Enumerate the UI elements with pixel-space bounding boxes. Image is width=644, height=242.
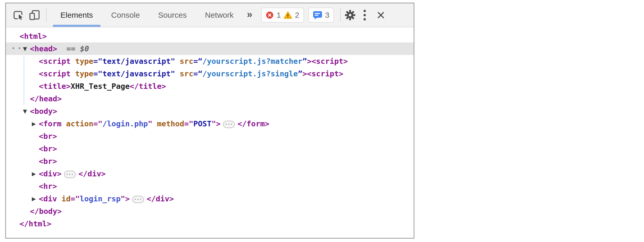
collapse-arrow-icon[interactable]: ▼: [21, 105, 29, 117]
device-toolbar-icon: [28, 9, 41, 21]
code-token-tag: ">: [121, 194, 130, 203]
menu-button[interactable]: [357, 7, 372, 23]
code-token-attr: action: [66, 119, 93, 128]
code-token-tag: <title>: [39, 82, 71, 91]
messages-badge[interactable]: 3: [308, 8, 334, 23]
code-token-tag: ">: [212, 119, 221, 128]
toolbar-separator: [340, 9, 341, 22]
code-token-tag: <br>: [39, 132, 57, 141]
code-token-navy: =“: [193, 69, 203, 78]
code-token-tag: <div: [39, 194, 61, 203]
tab-label: Console: [111, 11, 140, 20]
expand-arrow-icon[interactable]: ▶: [30, 117, 38, 130]
tree-row[interactable]: <hr>: [6, 180, 414, 193]
tree-row[interactable]: <br>: [6, 130, 414, 142]
code-token-attr: src: [180, 69, 193, 78]
tab-label: Sources: [158, 11, 187, 20]
code-token-tag: <form: [39, 119, 66, 128]
device-toolbar-button[interactable]: [27, 7, 41, 23]
code-token-tag: </div>: [147, 194, 174, 203]
code-token-tag: <script: [39, 69, 75, 78]
code-token-attr: id: [61, 194, 71, 203]
code-token-tag: <body>: [30, 107, 57, 116]
code-token-tag: <html>: [20, 32, 47, 41]
code-token-indigo: login_rsp: [80, 194, 121, 203]
chevron-double-icon: »: [247, 9, 252, 20]
gear-icon: [344, 9, 356, 21]
more-tabs-button[interactable]: »: [245, 9, 254, 21]
code-token-steel: /yourscript.js?single: [203, 69, 298, 78]
tree-row[interactable]: </html>: [6, 218, 414, 230]
tree-row[interactable]: <br>: [6, 142, 414, 155]
collapsed-content-ellipsis[interactable]: ···: [132, 196, 144, 203]
code-token-tag: <br>: [39, 144, 57, 153]
tree-row[interactable]: <script type="text/javascript" src=“/you…: [6, 67, 414, 80]
tree-row[interactable]: ▶<form action="/login.php" method="POST"…: [6, 117, 414, 130]
code-token-tag: </head>: [30, 94, 62, 103]
dom-tree: <html>···▼<head> == $0<script type="text…: [6, 30, 414, 230]
code-token-tag: </body>: [30, 207, 62, 216]
code-token-tag: ><script>: [307, 57, 348, 66]
warning-count: 2: [295, 11, 299, 20]
devtools-toolbar: ElementsConsoleSourcesNetwork » 1 2: [6, 3, 414, 27]
code-token-tag: </html>: [20, 219, 51, 228]
code-token-tag: <script: [39, 57, 75, 66]
inspect-element-button[interactable]: [11, 7, 25, 23]
code-token-navy: ”: [298, 69, 302, 78]
code-token-navy: ="text/javascript": [93, 57, 175, 66]
tree-row[interactable]: ▼<body>: [6, 105, 414, 117]
tree-row[interactable]: <title>XHR_Test_Page</title>: [6, 80, 414, 92]
code-token-tag: =": [93, 119, 103, 128]
code-token-indigo: /login.php: [102, 119, 148, 128]
code-token-tag: <head>: [30, 44, 57, 53]
code-token-attr: src: [180, 57, 193, 66]
tab-console[interactable]: Console: [102, 3, 149, 27]
active-tab-underline: [53, 25, 100, 27]
inspect-cursor-icon: [12, 9, 24, 21]
close-icon: [377, 11, 385, 19]
code-token-tag: <hr>: [39, 182, 57, 191]
code-token-tag: </title>: [130, 82, 166, 91]
message-bubble-icon: [313, 10, 322, 20]
tree-row[interactable]: <script type="text/javascript" src=“/you…: [6, 55, 414, 67]
code-token-tag: ": [148, 119, 157, 128]
toolbar-separator: [46, 9, 47, 22]
expand-arrow-icon[interactable]: ▶: [30, 167, 38, 180]
code-token-tag: </form>: [237, 119, 269, 128]
error-count: 1: [276, 11, 281, 20]
tree-row[interactable]: ▶<div id="login_rsp">···</div>: [6, 193, 414, 205]
tree-row[interactable]: <br>: [6, 155, 414, 167]
errors-warnings-badge[interactable]: 1 2: [261, 8, 304, 23]
tree-row[interactable]: </body>: [6, 205, 414, 218]
tab-sources[interactable]: Sources: [149, 3, 196, 27]
kebab-menu-icon: [363, 9, 366, 21]
tree-row[interactable]: </head>: [6, 92, 414, 105]
code-token-steel: /yourscript.js?matcher: [203, 57, 302, 66]
tree-row[interactable]: ▶<div>···</div>: [6, 167, 414, 180]
collapsed-content-ellipsis[interactable]: ···: [223, 121, 235, 128]
code-token-tag: <div>: [39, 169, 61, 178]
devtools-window: ElementsConsoleSourcesNetwork » 1 2: [5, 3, 414, 239]
code-token-tag: <br>: [39, 157, 57, 166]
tree-row[interactable]: ···▼<head> == $0: [6, 42, 414, 55]
tab-elements[interactable]: Elements: [51, 3, 102, 27]
code-token-eq: == $0: [57, 44, 89, 53]
tree-row[interactable]: <html>: [6, 30, 414, 42]
collapsed-content-ellipsis[interactable]: ···: [64, 171, 76, 178]
warning-icon: [284, 11, 292, 19]
collapse-arrow-icon[interactable]: ▼: [21, 42, 29, 55]
code-token-navy: ="text/javascript": [93, 69, 175, 78]
code-token-attr: method: [157, 119, 184, 128]
code-token-navy: POST: [193, 119, 212, 128]
code-token-tag: ><script>: [302, 69, 343, 78]
tab-network[interactable]: Network: [196, 3, 243, 27]
settings-button[interactable]: [343, 7, 357, 23]
code-token-plain: [175, 69, 180, 78]
code-token-attr: type: [75, 69, 93, 78]
tab-label: Network: [205, 11, 233, 20]
code-token-tag: =": [71, 194, 80, 203]
code-token-tag: </div>: [78, 169, 106, 178]
code-token-navy: ”: [302, 57, 307, 66]
expand-arrow-icon[interactable]: ▶: [30, 193, 38, 205]
close-button[interactable]: [374, 7, 388, 23]
